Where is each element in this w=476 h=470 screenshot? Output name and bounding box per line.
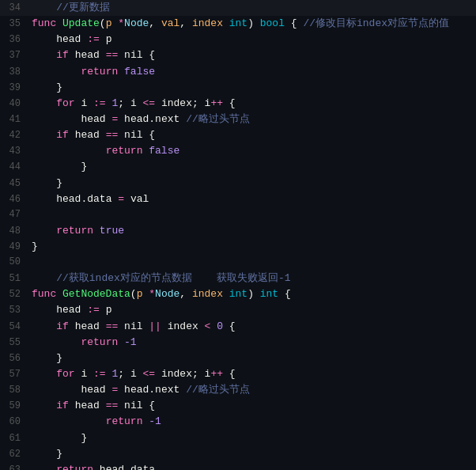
- line-number: 46: [0, 192, 30, 207]
- code-line: 48 return true: [0, 223, 476, 239]
- line-content: return false: [30, 143, 476, 159]
- line-number: 51: [0, 271, 30, 286]
- code-line: 55 return -1: [0, 335, 476, 351]
- code-line: 56 }: [0, 351, 476, 366]
- line-number: 58: [0, 383, 30, 398]
- line-number: 59: [0, 399, 30, 414]
- line-number: 49: [0, 240, 30, 255]
- code-line: 62 }: [0, 446, 476, 462]
- line-content: return head.data: [30, 462, 476, 470]
- code-line: 44 }: [0, 159, 476, 175]
- line-content: for i := 1; i <= index; i++ {: [30, 366, 476, 382]
- code-line: 59 if head == nil {: [0, 398, 476, 414]
- line-content: func Update(p *Node, val, index int) boo…: [30, 16, 476, 32]
- line-content: }: [30, 239, 476, 255]
- line-content: if head == nil {: [30, 47, 476, 63]
- line-number: 61: [0, 431, 30, 446]
- code-line: 35func Update(p *Node, val, index int) b…: [0, 16, 476, 32]
- code-line: 43 return false: [0, 143, 476, 159]
- code-line: 53 head := p: [0, 302, 476, 318]
- line-number: 36: [0, 32, 30, 47]
- code-line: 41 head = head.next //略过头节点: [0, 112, 476, 127]
- line-content: }: [30, 80, 476, 96]
- line-content: }: [30, 430, 476, 446]
- line-number: 34: [0, 1, 30, 16]
- line-content: if head == nil {: [30, 127, 476, 143]
- line-number: 45: [0, 176, 30, 191]
- code-lines: 34 //更新数据35func Update(p *Node, val, ind…: [0, 0, 476, 470]
- line-content: for i := 1; i <= index; i++ {: [30, 96, 476, 112]
- line-number: 54: [0, 320, 30, 335]
- line-content: return -1: [30, 335, 476, 351]
- code-line: 47: [0, 207, 476, 223]
- code-line: 57 for i := 1; i <= index; i++ {: [0, 366, 476, 382]
- line-number: 35: [0, 17, 30, 32]
- line-number: 44: [0, 160, 30, 175]
- code-line: 52func GetNodeData(p *Node, index int) i…: [0, 286, 476, 302]
- line-content: head.data = val: [30, 191, 476, 207]
- code-line: 51 //获取index对应的节点数据 获取失败返回-1: [0, 271, 476, 286]
- line-number: 60: [0, 415, 30, 430]
- line-number: 50: [0, 255, 30, 270]
- line-content: //更新数据: [30, 0, 476, 16]
- line-content: }: [30, 159, 476, 175]
- line-content: head := p: [30, 32, 476, 47]
- code-line: 39 }: [0, 80, 476, 96]
- line-content: head = head.next //略过头节点: [30, 112, 476, 127]
- line-number: 39: [0, 81, 30, 96]
- code-editor: 34 //更新数据35func Update(p *Node, val, ind…: [0, 0, 476, 470]
- code-line: 40 for i := 1; i <= index; i++ {: [0, 96, 476, 112]
- code-line: 38 return false: [0, 64, 476, 80]
- line-content: }: [30, 176, 476, 191]
- line-content: head := p: [30, 302, 476, 318]
- code-line: 54 if head == nil || index < 0 {: [0, 319, 476, 335]
- line-number: 41: [0, 112, 30, 127]
- code-line: 60 return -1: [0, 414, 476, 430]
- line-number: 63: [0, 463, 30, 470]
- code-line: 45 }: [0, 176, 476, 191]
- line-number: 56: [0, 351, 30, 366]
- line-number: 40: [0, 97, 30, 112]
- code-line: 46 head.data = val: [0, 191, 476, 207]
- line-number: 62: [0, 447, 30, 462]
- line-content: return true: [30, 223, 476, 239]
- line-number: 53: [0, 303, 30, 318]
- line-content: return -1: [30, 414, 476, 430]
- code-line: 37 if head == nil {: [0, 47, 476, 63]
- line-content: func GetNodeData(p *Node, index int) int…: [30, 286, 476, 302]
- line-content: }: [30, 351, 476, 366]
- line-number: 48: [0, 224, 30, 239]
- line-content: if head == nil || index < 0 {: [30, 319, 476, 335]
- line-number: 55: [0, 335, 30, 351]
- line-content: }: [30, 446, 476, 462]
- line-content: return false: [30, 64, 476, 80]
- line-number: 47: [0, 207, 30, 222]
- line-number: 52: [0, 287, 30, 302]
- line-number: 57: [0, 367, 30, 382]
- code-line: 50: [0, 255, 476, 271]
- line-content: if head == nil {: [30, 398, 476, 414]
- line-content: //获取index对应的节点数据 获取失败返回-1: [30, 271, 476, 286]
- code-line: 58 head = head.next //略过头节点: [0, 382, 476, 398]
- code-line: 42 if head == nil {: [0, 127, 476, 143]
- code-line: 36 head := p: [0, 32, 476, 47]
- line-number: 37: [0, 48, 30, 63]
- code-line: 63 return head.data: [0, 462, 476, 470]
- line-number: 38: [0, 65, 30, 80]
- code-line: 49}: [0, 239, 476, 255]
- code-line: 34 //更新数据: [0, 0, 476, 16]
- line-number: 42: [0, 128, 30, 143]
- code-line: 61 }: [0, 430, 476, 446]
- line-number: 43: [0, 144, 30, 159]
- line-content: head = head.next //略过头节点: [30, 382, 476, 398]
